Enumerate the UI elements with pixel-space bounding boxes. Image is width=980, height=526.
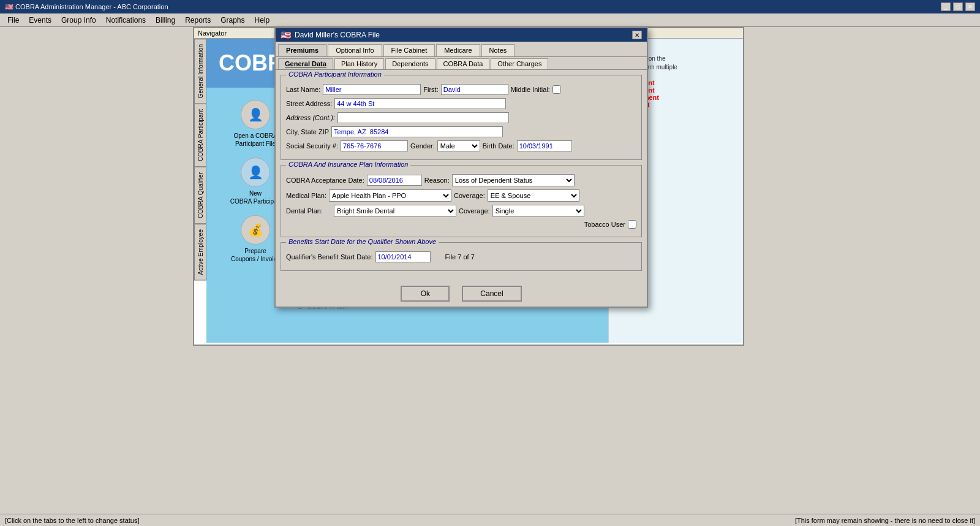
menu-bar: File Events Group Info Notifications Bil… xyxy=(0,13,980,27)
address-cont-row: Address (Cont.): xyxy=(286,112,636,123)
medical-coverage-select[interactable]: EE & Spouse xyxy=(488,189,579,202)
acceptance-reason-row: COBRA Acceptance Date: Reason: Loss of D… xyxy=(286,174,636,186)
medical-plan-row: Medical Plan: Apple Health Plan - PPO Co… xyxy=(286,189,636,202)
name-row: Last Name: First: Middle Initial: xyxy=(286,84,636,95)
medical-plan-label: Medical Plan: xyxy=(286,192,326,199)
new-cobra-icon: 👤 xyxy=(241,158,270,187)
menu-notifications[interactable]: Notifications xyxy=(101,15,151,26)
dental-plan-label: Dental Plan: xyxy=(286,207,323,215)
tab-other-charges[interactable]: Other Charges xyxy=(491,58,548,69)
first-label: First: xyxy=(423,86,438,93)
main-content: Navigator General Information COBRA Part… xyxy=(0,27,980,526)
ssn-input[interactable] xyxy=(341,140,408,151)
address-cont-input[interactable] xyxy=(337,112,509,123)
tabs-row-1: Premiums Optional Info File Cabinet Medi… xyxy=(276,42,647,57)
gender-label: Gender: xyxy=(410,142,435,150)
birth-date-label: Birth Date: xyxy=(483,142,514,150)
tobacco-user-checkbox[interactable] xyxy=(628,220,636,229)
tab-medicare[interactable]: Medicare xyxy=(436,44,480,56)
cobra-file-modal: 🇺🇸 David Miller's COBRA File ✕ Premiums … xyxy=(274,27,648,308)
tab-general-data[interactable]: General Data xyxy=(278,58,333,69)
menu-billing[interactable]: Billing xyxy=(151,15,180,26)
side-tab-cobra-participant[interactable]: COBRA Participant xyxy=(194,104,206,167)
medical-plan-select[interactable]: Apple Health Plan - PPO xyxy=(329,189,451,202)
modal-buttons: Ok Cancel xyxy=(276,281,647,307)
birth-date-input[interactable] xyxy=(517,140,572,151)
tab-cobra-data[interactable]: COBRA Data xyxy=(437,58,490,69)
city-state-zip-input[interactable] xyxy=(331,126,503,137)
status-left: [Click on the tabs to the left to change… xyxy=(5,517,140,524)
city-state-zip-row: City, State ZIP xyxy=(286,126,636,137)
qualifier-date-input[interactable] xyxy=(375,251,431,262)
side-tab-cobra-qualifier[interactable]: COBRA Qualifier xyxy=(194,167,206,224)
menu-group-info[interactable]: Group Info xyxy=(56,15,101,26)
ok-button[interactable]: Ok xyxy=(401,286,450,302)
modal-close-button[interactable]: ✕ xyxy=(632,31,642,39)
app-title: COBRA Administration Manager - ABC Corpo… xyxy=(15,3,168,10)
tabs-row-2: General Data Plan History Dependents COB… xyxy=(276,57,647,70)
modal-flag-icon: 🇺🇸 xyxy=(281,30,291,40)
acceptance-date-label: COBRA Acceptance Date: xyxy=(286,177,364,184)
middle-initial-label: Middle Initial: xyxy=(511,86,550,93)
street-address-label: Street Address: xyxy=(286,100,332,107)
menu-file[interactable]: File xyxy=(2,15,24,26)
app-flag: 🇺🇸 xyxy=(5,3,13,11)
participant-info-label: COBRA Participant Information xyxy=(286,71,384,78)
reason-select[interactable]: Loss of Dependent Status xyxy=(452,174,575,186)
ssn-gender-birth-row: Social Security #: Gender: Male Female B… xyxy=(286,140,636,151)
maximize-button[interactable]: □ xyxy=(953,2,963,11)
participant-info-section: COBRA Participant Information Last Name:… xyxy=(281,75,642,160)
menu-reports[interactable]: Reports xyxy=(180,15,216,26)
dental-plan-row: Dental Plan: Bright Smile Dental Coverag… xyxy=(286,205,636,217)
tobacco-row: Tobacco User xyxy=(286,220,636,229)
acceptance-date-input[interactable] xyxy=(367,175,422,186)
prepare-coupons-icon: 💰 xyxy=(241,215,270,245)
dental-coverage-label: Coverage: xyxy=(459,207,490,215)
insurance-info-label: COBRA And Insurance Plan Information xyxy=(286,161,410,168)
side-tab-general-info[interactable]: General Information xyxy=(194,39,206,104)
gender-select[interactable]: Male Female xyxy=(437,140,480,151)
qualifier-date-label: Qualifier's Benefit Start Date: xyxy=(286,253,373,261)
insurance-info-section: COBRA And Insurance Plan Information COB… xyxy=(281,165,642,237)
last-name-input[interactable] xyxy=(323,84,421,95)
open-cobra-icon: 👤 xyxy=(241,100,270,129)
first-name-input[interactable] xyxy=(441,84,508,95)
status-right: [This form may remain showing - there is… xyxy=(795,517,975,524)
dental-plan-select[interactable]: Bright Smile Dental xyxy=(334,205,456,217)
city-state-zip-label: City, State ZIP xyxy=(286,128,329,135)
middle-initial-checkbox[interactable] xyxy=(552,85,561,94)
menu-graphs[interactable]: Graphs xyxy=(216,15,249,26)
modal-title: David Miller's COBRA File xyxy=(295,31,380,39)
tobacco-user-label: Tobacco User xyxy=(584,221,625,228)
qualifier-date-row: Qualifier's Benefit Start Date: File 7 o… xyxy=(286,251,636,262)
address-cont-label: Address (Cont.): xyxy=(286,114,335,121)
tab-notes[interactable]: Notes xyxy=(481,44,515,56)
close-app-button[interactable]: ✕ xyxy=(965,2,975,11)
street-address-input[interactable] xyxy=(334,98,506,109)
title-bar: 🇺🇸 COBRA Administration Manager - ABC Co… xyxy=(0,0,980,13)
cancel-button[interactable]: Cancel xyxy=(462,286,521,302)
last-name-label: Last Name: xyxy=(286,86,320,93)
menu-events[interactable]: Events xyxy=(24,15,56,26)
benefits-start-section: Benefits Start Date for the Qualifier Sh… xyxy=(281,242,642,271)
status-bar: [Click on the tabs to the left to change… xyxy=(0,514,980,526)
benefits-start-label: Benefits Start Date for the Qualifier Sh… xyxy=(286,238,439,245)
tab-dependents[interactable]: Dependents xyxy=(385,58,435,69)
tab-file-cabinet[interactable]: File Cabinet xyxy=(383,44,435,56)
minimize-button[interactable]: _ xyxy=(941,2,951,11)
menu-help[interactable]: Help xyxy=(250,15,275,26)
modal-body: COBRA Participant Information Last Name:… xyxy=(276,70,647,281)
tab-premiums[interactable]: Premiums xyxy=(278,44,326,56)
street-address-row: Street Address: xyxy=(286,98,636,109)
file-info: File 7 of 7 xyxy=(445,253,475,261)
side-tabs: General Information COBRA Participant CO… xyxy=(194,39,206,343)
ssn-label: Social Security #: xyxy=(286,142,338,150)
medical-coverage-label: Coverage: xyxy=(454,192,485,199)
side-tab-active-employee[interactable]: Active Employee xyxy=(194,224,206,280)
dental-coverage-select[interactable]: Single xyxy=(492,205,584,217)
modal-title-bar: 🇺🇸 David Miller's COBRA File ✕ xyxy=(276,28,647,42)
tab-plan-history[interactable]: Plan History xyxy=(334,58,384,69)
reason-label: Reason: xyxy=(424,177,450,184)
tab-optional-info[interactable]: Optional Info xyxy=(328,44,382,56)
